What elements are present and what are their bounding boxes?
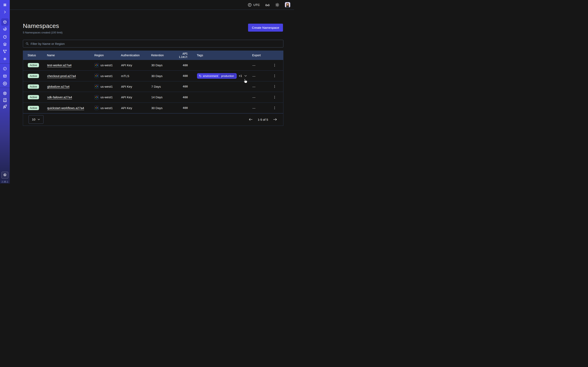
col-retention: Retention bbox=[151, 54, 175, 57]
gcp-cloud-icon bbox=[95, 74, 99, 78]
retention-label: 30 Days bbox=[151, 106, 175, 110]
filter-input[interactable] bbox=[31, 42, 281, 45]
auth-label: API Key bbox=[121, 85, 151, 88]
table-header-row: Status Name Region Authentication Retent… bbox=[23, 50, 283, 60]
billing-card-icon bbox=[3, 74, 7, 78]
topbar: UTC bbox=[10, 0, 294, 10]
avatar-image bbox=[285, 2, 290, 7]
sidebar-item-usage[interactable] bbox=[3, 67, 7, 71]
row-menu-button[interactable] bbox=[273, 95, 277, 99]
clock-icon bbox=[248, 3, 252, 7]
sidebar-item-getting-started[interactable] bbox=[3, 105, 7, 109]
tag-value: production bbox=[219, 74, 236, 78]
retention-label: 14 Days bbox=[151, 95, 175, 99]
cube-icon bbox=[3, 20, 7, 24]
row-menu-button[interactable] bbox=[273, 106, 277, 110]
table-row[interactable]: Active quickstart-workflows.a27a4 us-wes… bbox=[23, 103, 283, 113]
table-row[interactable]: Active test-worker.a27a4 us-west1 API Ke… bbox=[23, 60, 283, 71]
aps-limit-value: 400 bbox=[175, 106, 188, 109]
row-menu-button[interactable] bbox=[273, 63, 277, 67]
row-menu-button[interactable] bbox=[273, 85, 277, 88]
lifebuoy-icon bbox=[3, 91, 7, 95]
sidebar-item-namespaces[interactable] bbox=[3, 20, 7, 24]
sidebar-item-workflows[interactable] bbox=[3, 27, 7, 31]
table-row[interactable]: Active checkout-prod.a27a4 us-west1 mTLS… bbox=[23, 71, 283, 81]
layers-icon bbox=[3, 42, 7, 46]
retention-label: 30 Days bbox=[151, 74, 175, 78]
spiral-target-icon bbox=[3, 27, 7, 31]
namespace-link[interactable]: quickstart-workflows.a27a4 bbox=[47, 106, 84, 110]
pagination-nav: 1-5 of 5 bbox=[249, 117, 277, 122]
temporal-logo[interactable] bbox=[3, 3, 7, 7]
namespace-count-subtitle: 5 Namespaces created (100 limit) bbox=[23, 31, 62, 34]
status-badge: Active bbox=[28, 84, 39, 89]
chevron-down-icon bbox=[244, 74, 247, 77]
gcp-cloud-icon bbox=[95, 84, 99, 89]
expand-sidebar-button[interactable] bbox=[3, 10, 7, 14]
region-label: us-west1 bbox=[100, 85, 113, 88]
tag-overflow-count: +1 bbox=[239, 74, 242, 77]
book-sparkles-icon bbox=[3, 98, 7, 102]
namespace-link[interactable]: checkout-prod.a27a4 bbox=[47, 74, 76, 78]
theme-toggle[interactable] bbox=[275, 3, 279, 7]
page-size-value: 10 bbox=[32, 118, 35, 121]
region-label: us-west1 bbox=[100, 106, 113, 110]
labs-toggle[interactable] bbox=[265, 3, 270, 7]
page-range-label: 1-5 of 5 bbox=[258, 118, 268, 121]
app-version: 2.35.1 bbox=[0, 180, 10, 183]
sidebar-item-schedules[interactable] bbox=[3, 35, 7, 39]
sidebar-item-docs[interactable] bbox=[3, 98, 7, 102]
region-label: us-west1 bbox=[100, 74, 113, 78]
page-title: Namespaces bbox=[23, 22, 59, 29]
auth-label: API Key bbox=[121, 95, 151, 99]
kebab-menu-icon bbox=[273, 106, 277, 110]
page-size-select[interactable]: 10 bbox=[29, 115, 43, 124]
table-row[interactable]: Active sdk-failover.a27a4 us-west1 API K… bbox=[23, 92, 283, 103]
next-page-button[interactable] bbox=[273, 117, 277, 122]
export-value: — bbox=[252, 95, 269, 99]
status-badge: Active bbox=[28, 74, 39, 78]
table-row[interactable]: Active globalizer.a27a4 us-west1 API Key… bbox=[23, 81, 283, 92]
sidebar-item-settings[interactable] bbox=[3, 82, 7, 86]
filter-bar[interactable] bbox=[23, 40, 283, 48]
aps-limit-value: 400 bbox=[175, 64, 188, 67]
main-content: Namespaces 5 Namespaces created (100 lim… bbox=[10, 10, 294, 184]
retention-label: 7 Days bbox=[151, 85, 175, 88]
auth-label: API Key bbox=[121, 63, 151, 67]
sidebar-item-nexus[interactable] bbox=[3, 49, 7, 53]
kebab-menu-icon bbox=[273, 95, 277, 99]
create-namespace-button[interactable]: Create Namespace bbox=[248, 24, 283, 32]
col-export: Export bbox=[252, 54, 268, 57]
glasses-icon bbox=[265, 3, 270, 7]
row-menu-button[interactable] bbox=[273, 74, 277, 78]
asterisk-icon bbox=[3, 57, 7, 61]
timezone-selector[interactable]: UTC bbox=[248, 3, 260, 7]
export-value: — bbox=[252, 74, 269, 78]
chevron-down-icon bbox=[37, 118, 40, 121]
sun-icon bbox=[275, 3, 279, 7]
rocket-icon bbox=[3, 105, 7, 109]
namespace-link[interactable]: sdk-failover.a27a4 bbox=[47, 95, 72, 99]
sidebar: 2.35.1 bbox=[0, 0, 10, 184]
namespace-link[interactable]: globalizer.a27a4 bbox=[47, 85, 69, 88]
sidebar-item-billing[interactable] bbox=[3, 74, 7, 78]
col-region: Region bbox=[94, 54, 121, 57]
status-badge: Active bbox=[28, 106, 39, 110]
kebab-menu-icon bbox=[273, 85, 277, 88]
sidebar-item-batch-operations[interactable] bbox=[3, 57, 7, 61]
col-tags: Tags bbox=[188, 54, 252, 57]
sidebar-divider bbox=[0, 63, 10, 64]
status-badge: Active bbox=[28, 63, 39, 67]
export-value: — bbox=[252, 85, 269, 88]
kebab-menu-icon bbox=[273, 63, 277, 67]
pricing-button[interactable] bbox=[1, 172, 8, 179]
user-avatar[interactable] bbox=[285, 2, 290, 8]
tags-expand-button[interactable] bbox=[244, 74, 247, 77]
previous-page-button[interactable] bbox=[249, 117, 253, 122]
tag-chip[interactable]: environment production bbox=[197, 73, 237, 79]
aps-limit-value: 400 bbox=[175, 96, 188, 99]
dollar-seal-icon bbox=[3, 173, 7, 177]
namespace-link[interactable]: test-worker.a27a4 bbox=[47, 63, 71, 67]
sidebar-item-deployments[interactable] bbox=[3, 42, 7, 46]
sidebar-item-support[interactable] bbox=[3, 91, 7, 95]
